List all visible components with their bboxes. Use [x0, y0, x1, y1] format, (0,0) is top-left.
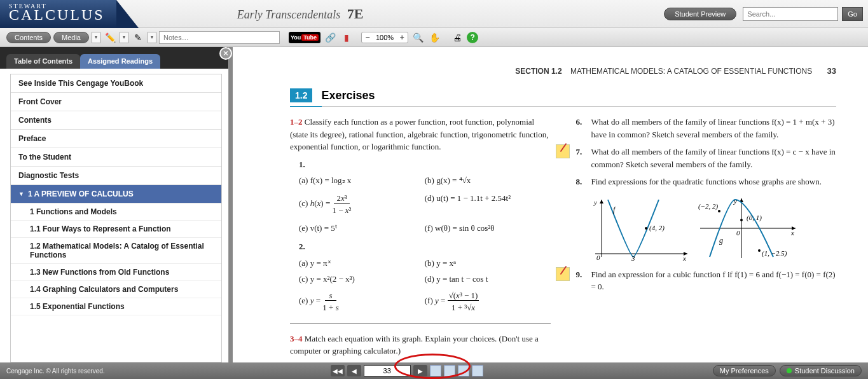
note-icon[interactable] [556, 267, 570, 281]
zoom-out-button[interactable]: − [363, 33, 372, 42]
tab-assigned[interactable]: Assigned Readings [80, 54, 160, 69]
svg-text:(−2, 2): (−2, 2) [698, 202, 719, 210]
toc-entry[interactable]: To the Student [11, 148, 221, 167]
intro-1-2: Classify each function as a power functi… [290, 117, 548, 151]
next-page-button[interactable]: ▶ [413, 365, 427, 376]
brand-logo: STEWART CALCULUS [0, 0, 116, 28]
svg-point-18 [740, 219, 743, 221]
q7: What do all members of the family of lin… [591, 146, 837, 170]
p1a: (a) f(x) = log₂ x [299, 174, 425, 187]
toc-entry[interactable]: Front Cover [11, 93, 221, 111]
hand-icon[interactable]: ✋ [427, 31, 441, 44]
svg-text:x: x [790, 229, 794, 237]
toc-entry[interactable]: 1 A PREVIEW OF CALCULUS [11, 185, 221, 203]
graph-g: g (−2, 2) (0, 1) (1, −2.5) 0 x y [697, 193, 799, 263]
toc-entry[interactable]: See Inside This Cengage YouBook [11, 74, 221, 93]
help-icon[interactable]: ? [467, 32, 478, 43]
tab-toc[interactable]: Table of Contents [6, 54, 80, 69]
toc-list[interactable]: See Inside This Cengage YouBookFront Cov… [10, 74, 222, 362]
toc-entry[interactable]: Contents [11, 111, 221, 130]
toc-entry[interactable]: 1.3 New Functions from Old Functions [11, 264, 221, 281]
notes-input[interactable] [159, 31, 280, 44]
toc-entry[interactable]: 1.4 Graphing Calculators and Computers [11, 281, 221, 298]
p1e: (e) v(t) = 5ᵗ [299, 222, 425, 235]
left-tabs: Table of Contents Assigned Readings [0, 47, 228, 69]
student-discussion-button[interactable]: Student Discussion [780, 365, 862, 376]
p1d: (d) u(t) = 1 − 1.1t + 2.54t² [425, 192, 551, 217]
go-button[interactable]: Go [842, 7, 863, 21]
toc-entry[interactable]: Preface [11, 130, 221, 148]
exercise-col-right: 6.What do all members of the family of l… [576, 116, 837, 357]
print-icon[interactable]: 🖨 [450, 31, 464, 44]
p1c: (c) h(x) = 2x³1 − x² [299, 192, 425, 217]
exercise-col-left: 1–2 Classify each function as a power fu… [290, 116, 551, 357]
toc-entry[interactable]: 1 Functions and Models [11, 203, 221, 221]
my-preferences-button[interactable]: My Preferences [713, 365, 776, 376]
q8: Find expressions for the quadratic funct… [591, 176, 822, 188]
pencil-icon[interactable]: ✎ [131, 31, 145, 44]
svg-text:x: x [682, 254, 686, 262]
q9: Find an expression for a cubic function … [591, 268, 837, 293]
fit-page-icon[interactable] [472, 365, 483, 376]
note-icon[interactable] [556, 144, 570, 158]
p1b: (b) g(x) = ⁴√x [425, 174, 551, 187]
svg-point-16 [718, 210, 720, 212]
p2a: (a) y = πˣ [299, 257, 425, 270]
bottom-bar: Cengage Inc. © All rights reserved. ◀◀ ◀… [0, 362, 868, 379]
zoom-control: − 100% + [361, 32, 408, 43]
book-title-text: Early Transcendentals [237, 8, 341, 21]
media-button[interactable]: Media [53, 32, 89, 43]
p2b: (b) y = xⁿ [425, 257, 551, 270]
toc-entry[interactable]: 1.1 Four Ways to Represent a Function [11, 221, 221, 238]
book-edition: 7E [347, 6, 364, 22]
page-content[interactable]: SECTION 1.2 MATHEMATICAL MODELS: A CATAL… [233, 47, 868, 362]
pencil-dropdown[interactable]: ▾ [148, 32, 156, 43]
zoom-in-button[interactable]: + [397, 33, 406, 42]
q6: What do all members of the family of lin… [591, 116, 837, 141]
student-preview-button[interactable]: Student Preview [664, 8, 736, 20]
svg-text:0: 0 [596, 254, 600, 261]
page-number-header: 33 [827, 66, 836, 76]
toolbar: Contents Media ▾ ✏️ ▾ ✎ ▾ YouTube 🔗 ▮ − … [0, 28, 868, 47]
contents-button[interactable]: Contents [6, 32, 51, 43]
magnifier-icon[interactable]: 🔍 [411, 31, 425, 44]
svg-text:(1, −2.5): (1, −2.5) [762, 249, 787, 258]
highlight-icon[interactable]: ✏️ [103, 31, 117, 44]
book-title: Early Transcendentals 7E [237, 6, 364, 22]
svg-text:3: 3 [631, 254, 635, 262]
section-number: SECTION 1.2 [515, 67, 561, 76]
hl-dropdown[interactable]: ▾ [120, 32, 128, 43]
p2d: (d) y = tan t − cos t [425, 273, 551, 286]
left-panel: ✕ Table of Contents Assigned Readings Se… [0, 47, 229, 362]
toc-entry[interactable]: 1.5 Exponential Functions [11, 298, 221, 315]
prob-2: 2. [299, 242, 305, 251]
svg-point-5 [645, 227, 647, 230]
media-dropdown[interactable]: ▾ [92, 32, 100, 43]
youtube-icon[interactable]: YouTube [289, 32, 320, 43]
p2e: (e) y = s1 + s [299, 289, 425, 314]
link-icon[interactable]: 🔗 [323, 31, 337, 44]
fit-width-icon[interactable] [458, 365, 469, 376]
first-page-button[interactable]: ◀◀ [331, 365, 345, 376]
copyright: Cengage Inc. © All rights reserved. [6, 368, 105, 375]
svg-marker-3 [600, 200, 603, 203]
section-title: MATHEMATICAL MODELS: A CATALOG OF ESSENT… [570, 67, 812, 76]
toc-entry[interactable]: Diagnostic Tests [11, 167, 221, 185]
prob-1: 1. [299, 160, 305, 169]
svg-text:g: g [719, 236, 723, 245]
exercise-label: Exercises [321, 89, 375, 102]
double-page-icon[interactable] [444, 365, 455, 376]
close-panel-button[interactable]: ✕ [219, 47, 232, 60]
exercise-badge: 1.2 [290, 88, 312, 102]
p1f: (f) w(θ) = sin θ cos²θ [425, 222, 551, 235]
svg-text:f: f [613, 205, 616, 214]
search-input[interactable] [743, 7, 838, 21]
toc-entry[interactable]: 1.2 Mathematical Models: A Catalog of Es… [11, 238, 221, 264]
pager: ◀◀ ◀ ▶ [331, 365, 483, 376]
single-page-icon[interactable] [430, 365, 441, 376]
eraser-icon[interactable]: ▮ [340, 31, 354, 44]
page-input[interactable] [364, 365, 411, 376]
svg-text:y: y [593, 198, 597, 206]
p2f: (f) y = √(x³ − 1)1 + ³√x [425, 289, 551, 314]
prev-page-button[interactable]: ◀ [347, 365, 361, 376]
